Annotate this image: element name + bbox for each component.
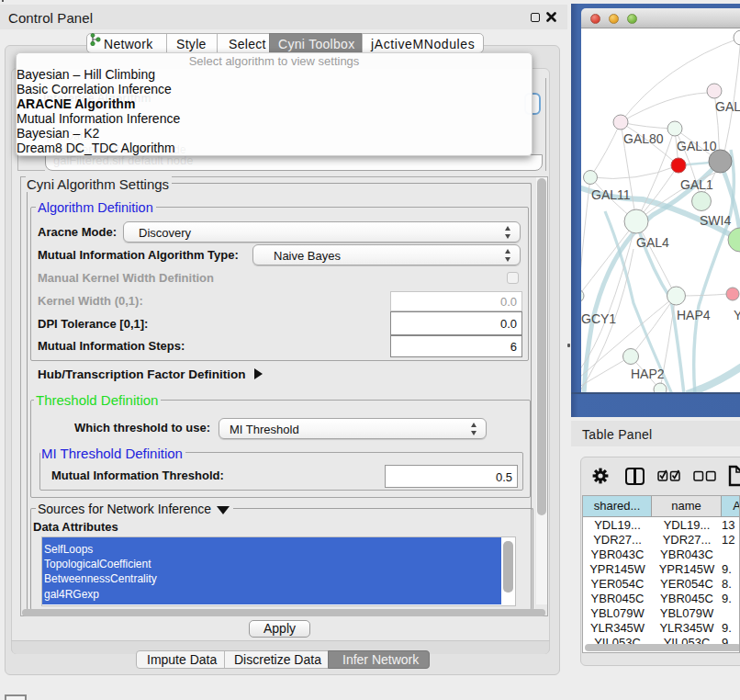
- svg-text:HAP2: HAP2: [631, 367, 665, 381]
- svg-text:SWI4: SWI4: [700, 213, 731, 228]
- svg-text:GAL7: GAL7: [715, 99, 740, 114]
- svg-text:GAL4: GAL4: [636, 235, 669, 250]
- svg-text:GAL1: GAL1: [680, 177, 713, 192]
- svg-text:GAL80: GAL80: [623, 131, 664, 146]
- svg-text:HAP4: HAP4: [677, 308, 711, 322]
- svg-text:GCY1: GCY1: [581, 311, 616, 326]
- svg-text:GAL10: GAL10: [677, 139, 717, 153]
- svg-text:GAL11: GAL11: [591, 187, 631, 202]
- svg-text:Y: Y: [734, 308, 740, 322]
